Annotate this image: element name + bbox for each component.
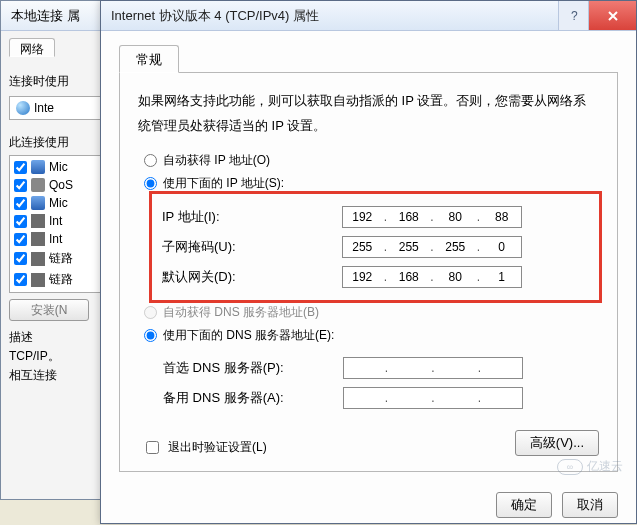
tab-network[interactable]: 网络: [9, 38, 55, 57]
watermark: ∞ 亿速云: [557, 458, 623, 475]
radio-manual-dns[interactable]: 使用下面的 DNS 服务器地址(E):: [144, 327, 599, 344]
protocol-icon: [31, 273, 45, 287]
client-icon: [31, 196, 45, 210]
protocol-icon: [31, 232, 45, 246]
ip-settings-highlight: IP 地址(I): 192. 168. 80. 88 子网掩码(U): 255.…: [156, 198, 595, 296]
item-checkbox[interactable]: [14, 179, 27, 192]
info-text: 如果网络支持此功能，则可以获取自动指派的 IP 设置。否则，您需要从网络系统管理…: [138, 89, 599, 138]
item-checkbox[interactable]: [14, 215, 27, 228]
preferred-dns-label: 首选 DNS 服务器(P):: [163, 359, 343, 377]
alternate-dns-field[interactable]: 0.0.0.0: [343, 387, 523, 409]
adapter-name: Inte: [34, 101, 54, 115]
item-checkbox[interactable]: [14, 252, 27, 265]
gateway-label: 默认网关(D):: [162, 268, 342, 286]
subnet-mask-field[interactable]: 255. 255. 255. 0: [342, 236, 522, 258]
watermark-logo-icon: ∞: [557, 459, 583, 475]
adapter-icon: [16, 101, 30, 115]
qos-icon: [31, 178, 45, 192]
radio-auto-dns-input: [144, 306, 157, 319]
install-button[interactable]: 安装(N: [9, 299, 89, 321]
validate-checkbox[interactable]: [146, 441, 159, 454]
help-button[interactable]: ?: [558, 1, 588, 30]
preferred-dns-field[interactable]: 0.0.0.0: [343, 357, 523, 379]
close-button[interactable]: [588, 1, 636, 30]
ok-button[interactable]: 确定: [496, 492, 552, 518]
item-checkbox[interactable]: [14, 233, 27, 246]
advanced-button[interactable]: 高级(V)...: [515, 430, 599, 456]
protocol-icon: [31, 214, 45, 228]
ip-address-field[interactable]: 192. 168. 80. 88: [342, 206, 522, 228]
alternate-dns-label: 备用 DNS 服务器(A):: [163, 389, 343, 407]
radio-auto-ip[interactable]: 自动获得 IP 地址(O): [144, 152, 599, 169]
ipv4-properties-window: Internet 协议版本 4 (TCP/IPv4) 属性 ? 常规 如果网络支…: [100, 0, 637, 524]
client-icon: [31, 160, 45, 174]
subnet-mask-label: 子网掩码(U):: [162, 238, 342, 256]
item-checkbox[interactable]: [14, 197, 27, 210]
cancel-button[interactable]: 取消: [562, 492, 618, 518]
radio-manual-dns-input[interactable]: [144, 329, 157, 342]
validate-on-exit[interactable]: 退出时验证设置(L): [142, 438, 267, 457]
item-checkbox[interactable]: [14, 161, 27, 174]
item-checkbox[interactable]: [14, 273, 27, 286]
tab-general[interactable]: 常规: [119, 45, 179, 73]
gateway-field[interactable]: 192. 168. 80. 1: [342, 266, 522, 288]
radio-auto-dns: 自动获得 DNS 服务器地址(B): [144, 304, 599, 321]
window-title: Internet 协议版本 4 (TCP/IPv4) 属性: [111, 7, 558, 25]
protocol-icon: [31, 252, 45, 266]
ip-address-label: IP 地址(I):: [162, 208, 342, 226]
radio-manual-ip[interactable]: 使用下面的 IP 地址(S):: [144, 175, 599, 192]
radio-manual-ip-input[interactable]: [144, 177, 157, 190]
svg-text:?: ?: [571, 10, 578, 22]
radio-auto-ip-input[interactable]: [144, 154, 157, 167]
